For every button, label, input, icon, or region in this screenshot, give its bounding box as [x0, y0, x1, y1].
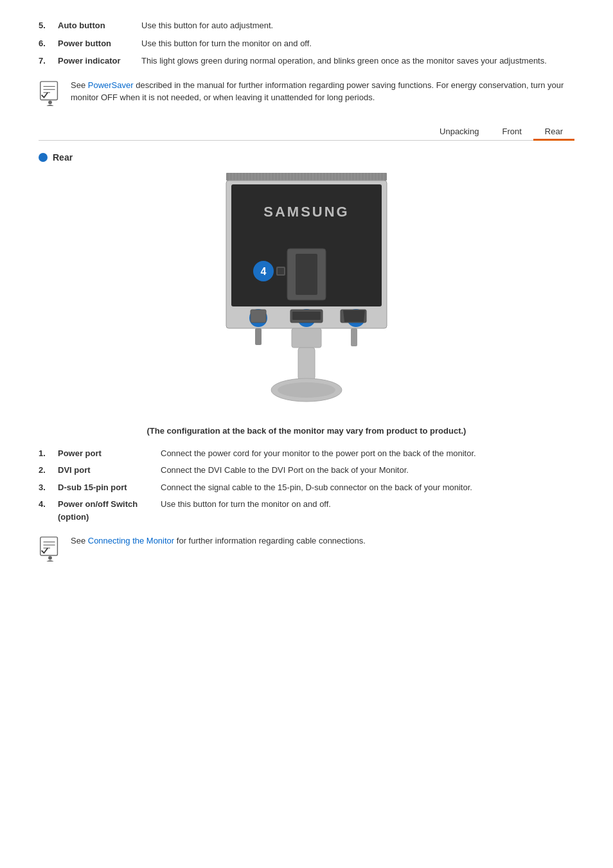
detail-label-4: Power on/off Switch(option): [58, 498, 161, 523]
detail-item-1: 1. Power port Connect the power cord for…: [39, 447, 574, 460]
svg-rect-59: [296, 254, 317, 295]
svg-point-4: [48, 100, 52, 104]
monitor-rear-image: SAMSUNG 4 1 2 3: [207, 172, 406, 416]
detail-num-4: 4.: [39, 498, 58, 523]
feature-label-6: Power button: [58, 37, 141, 50]
nav-tabs: Unpacking Front Rear: [39, 124, 574, 141]
tab-front[interactable]: Front: [490, 124, 533, 141]
note-box-1: See PowerSaver described in the manual f…: [39, 79, 574, 106]
section-header-rear: Rear: [39, 152, 574, 163]
svg-rect-70: [292, 312, 321, 320]
feature-num-7: 7.: [39, 55, 58, 67]
svg-point-87: [48, 556, 52, 560]
section-title-rear: Rear: [53, 152, 73, 163]
detail-label-3: D-sub 15-pin port: [58, 481, 161, 494]
feature-desc-5: Use this button for auto adjustment.: [141, 19, 574, 32]
detail-desc-4: Use this button for turn the monitor on …: [161, 498, 574, 523]
caption-text: (The configuration at the back of the mo…: [39, 426, 574, 436]
feature-item-7: 7. Power indicator This light glows gree…: [39, 55, 574, 67]
svg-rect-79: [292, 328, 321, 348]
svg-text:4: 4: [261, 266, 267, 277]
feature-item-5: 5. Auto button Use this button for auto …: [39, 19, 574, 32]
connecting-monitor-link[interactable]: Connecting the Monitor: [88, 536, 174, 545]
feature-desc-7: This light glows green during normal ope…: [141, 55, 574, 67]
feature-label-7: Power indicator: [58, 55, 141, 67]
detail-label-2: DVI port: [58, 464, 161, 477]
note-text-1: See PowerSaver described in the manual f…: [71, 79, 574, 104]
detail-label-1: Power port: [58, 447, 161, 460]
note-text-2: See Connecting the Monitor for further i…: [71, 535, 366, 547]
feature-desc-6: Use this button for turn the monitor on …: [141, 37, 574, 50]
detail-item-3: 3. D-sub 15-pin port Connect the signal …: [39, 481, 574, 494]
svg-rect-66: [251, 310, 266, 323]
feature-num-6: 6.: [39, 37, 58, 50]
detail-num-2: 2.: [39, 464, 58, 477]
svg-point-82: [278, 382, 335, 398]
blue-dot-icon: [39, 153, 48, 162]
detail-item-2: 2. DVI port Connect the DVI Cable to the…: [39, 464, 574, 477]
powersaver-link[interactable]: PowerSaver: [88, 80, 134, 90]
svg-text:SAMSUNG: SAMSUNG: [263, 204, 349, 220]
svg-rect-80: [298, 348, 315, 380]
detail-num-1: 1.: [39, 447, 58, 460]
feature-num-5: 5.: [39, 19, 58, 32]
note-icon-1: [39, 80, 62, 106]
feature-label-5: Auto button: [58, 19, 141, 32]
detail-list: 1. Power port Connect the power cord for…: [39, 447, 574, 524]
note-icon-2: [39, 536, 62, 562]
svg-rect-83: [40, 537, 58, 556]
detail-desc-3: Connect the signal cable to the 15-pin, …: [161, 481, 574, 494]
tab-rear[interactable]: Rear: [533, 124, 574, 141]
note-box-2: See Connecting the Monitor for further i…: [39, 535, 574, 562]
detail-item-4: 4. Power on/off Switch(option) Use this …: [39, 498, 574, 523]
feature-list: 5. Auto button Use this button for auto …: [39, 19, 574, 67]
svg-rect-0: [40, 81, 58, 100]
feature-item-6: 6. Power button Use this button for turn…: [39, 37, 574, 50]
detail-desc-1: Connect the power cord for your monitor …: [161, 447, 574, 460]
monitor-image-container: SAMSUNG 4 1 2 3: [39, 172, 574, 416]
detail-desc-2: Connect the DVI Cable to the DVI Port on…: [161, 464, 574, 477]
svg-rect-63: [278, 268, 284, 274]
svg-rect-78: [351, 328, 357, 346]
tab-unpacking[interactable]: Unpacking: [428, 124, 490, 141]
svg-rect-75: [255, 328, 262, 345]
svg-marker-74: [343, 310, 365, 322]
detail-num-3: 3.: [39, 481, 58, 494]
